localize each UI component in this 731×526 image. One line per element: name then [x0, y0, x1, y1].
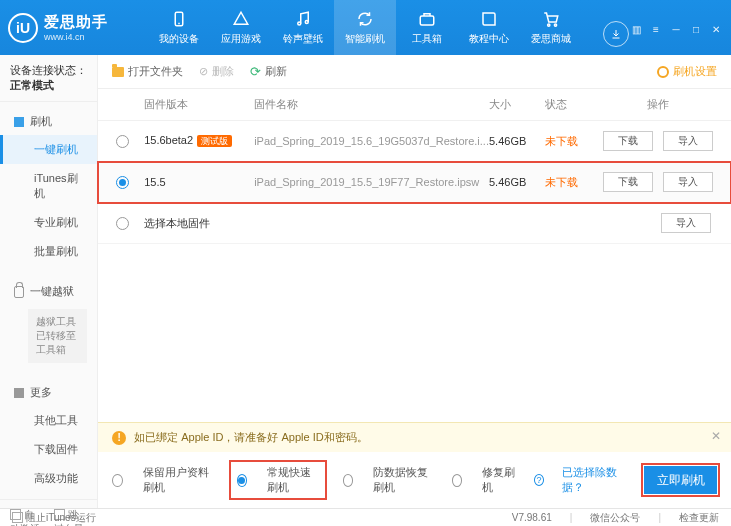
col-ops: 操作: [599, 97, 717, 112]
sidebar-section-more[interactable]: 更多: [0, 379, 97, 406]
sidebar-item-other-tools[interactable]: 其他工具: [0, 406, 97, 435]
firmware-status: 未下载: [545, 175, 599, 190]
mode-repair[interactable]: 修复刷机: [452, 465, 516, 495]
table-header: 固件版本 固件名称 大小 状态 操作: [98, 89, 731, 121]
firmware-row[interactable]: 15.6beta2测试版 iPad_Spring_2019_15.6_19G50…: [98, 121, 731, 162]
toolbar: 打开文件夹 ⊘删除 ⟳刷新 刷机设置: [98, 55, 731, 89]
sidebar-item-itunes-flash[interactable]: iTunes刷机: [0, 164, 97, 208]
block-itunes-checkbox[interactable]: 阻止iTunes运行: [12, 511, 96, 525]
nav-my-device[interactable]: 我的设备: [148, 0, 210, 55]
beta-badge: 测试版: [197, 135, 232, 147]
connection-status: 设备连接状态：正常模式: [0, 55, 97, 102]
sidebar: 设备连接状态：正常模式 刷机 一键刷机 iTunes刷机 专业刷机 批量刷机 一…: [0, 55, 98, 508]
radio-button[interactable]: [112, 474, 123, 487]
radio-button[interactable]: [116, 176, 129, 189]
maximize-button[interactable]: □: [689, 24, 703, 36]
firmware-row[interactable]: 15.5 iPad_Spring_2019_15.5_19F77_Restore…: [98, 162, 731, 203]
app-logo: iU 爱思助手 www.i4.cn: [8, 13, 148, 43]
col-name: 固件名称: [254, 97, 489, 112]
radio-button[interactable]: [343, 474, 354, 487]
col-status: 状态: [545, 97, 599, 112]
nav-toolbox[interactable]: 工具箱: [396, 0, 458, 55]
refresh-button[interactable]: ⟳刷新: [250, 64, 287, 79]
close-button[interactable]: ✕: [709, 24, 723, 36]
col-size: 大小: [489, 97, 545, 112]
flash-mode-row: 保留用户资料刷机 常规快速刷机 防数据恢复刷机 修复刷机 ? 已选择除数据？ 立…: [98, 452, 731, 508]
firmware-name: iPad_Spring_2019_15.5_19F77_Restore.ipsw: [254, 176, 489, 188]
info-icon[interactable]: ?: [534, 474, 544, 486]
mode-normal-fast[interactable]: 常规快速刷机: [231, 462, 325, 498]
delete-icon: ⊘: [199, 65, 208, 78]
sidebar-section-jailbreak[interactable]: 一键越狱: [0, 278, 97, 305]
firmware-size: 5.46GB: [489, 176, 545, 188]
brand-site: www.i4.cn: [44, 32, 108, 42]
cart-icon: [542, 10, 560, 28]
music-icon: [294, 10, 312, 28]
minimize-button[interactable]: ─: [669, 24, 683, 36]
check-update-link[interactable]: 检查更新: [679, 511, 719, 525]
main-content: 打开文件夹 ⊘删除 ⟳刷新 刷机设置 固件版本 固件名称 大小 状态 操作 15…: [98, 55, 731, 508]
mode-keep-data[interactable]: 保留用户资料刷机: [112, 465, 212, 495]
svg-point-6: [554, 23, 556, 25]
nav-apps[interactable]: 应用游戏: [210, 0, 272, 55]
local-firmware-label: 选择本地固件: [144, 216, 599, 231]
refresh-icon: [356, 10, 374, 28]
import-button[interactable]: 导入: [663, 172, 713, 192]
radio-button[interactable]: [237, 474, 248, 487]
lock-icon: [14, 286, 24, 298]
warning-icon: !: [112, 431, 126, 445]
sidebar-item-batch-flash[interactable]: 批量刷机: [0, 237, 97, 266]
gear-icon: [657, 66, 669, 78]
col-version: 固件版本: [144, 97, 254, 112]
logo-icon: iU: [8, 13, 38, 43]
phone-icon: [170, 10, 188, 28]
svg-point-3: [305, 20, 308, 23]
firmware-name: iPad_Spring_2019_15.6_19G5037d_Restore.i…: [254, 135, 489, 147]
local-firmware-row[interactable]: 选择本地固件 导入: [98, 203, 731, 244]
folder-icon: [112, 67, 124, 77]
download-icon: [610, 28, 622, 40]
sidebar-item-download-firmware[interactable]: 下载固件: [0, 435, 97, 464]
status-bar: 阻止iTunes运行 V7.98.61 | 微信公众号 | 检查更新: [0, 508, 731, 526]
sidebar-item-oneclick-flash[interactable]: 一键刷机: [0, 135, 97, 164]
square-icon: [14, 117, 24, 127]
toolbox-icon: [418, 10, 436, 28]
sidebar-section-flash[interactable]: 刷机: [0, 108, 97, 135]
window-controls: ▥ ≡ ─ □ ✕: [629, 20, 723, 36]
version-label: V7.98.61: [512, 512, 552, 523]
open-folder-button[interactable]: 打开文件夹: [112, 64, 183, 79]
nav-tutorial[interactable]: 教程中心: [458, 0, 520, 55]
sidebar-item-pro-flash[interactable]: 专业刷机: [0, 208, 97, 237]
download-button[interactable]: 下载: [603, 172, 653, 192]
nav-ringtone[interactable]: 铃声壁纸: [272, 0, 334, 55]
firmware-status: 未下载: [545, 134, 599, 149]
nav-flash[interactable]: 智能刷机: [334, 0, 396, 55]
data-removal-link[interactable]: 已选择除数据？: [562, 465, 626, 495]
book-icon: [480, 10, 498, 28]
delete-button[interactable]: ⊘删除: [199, 64, 234, 79]
flash-settings-button[interactable]: 刷机设置: [657, 64, 717, 79]
flash-now-button[interactable]: 立即刷机: [644, 466, 717, 494]
settings-button[interactable]: ≡: [649, 24, 663, 36]
nav-store[interactable]: 爱思商城: [520, 0, 582, 55]
download-button[interactable]: [603, 21, 629, 47]
svg-point-2: [298, 22, 301, 25]
radio-button[interactable]: [452, 474, 462, 487]
firmware-size: 5.46GB: [489, 135, 545, 147]
apps-icon: [232, 10, 250, 28]
wechat-link[interactable]: 微信公众号: [590, 511, 640, 525]
radio-button[interactable]: [116, 135, 129, 148]
square-icon: [14, 388, 24, 398]
brand-name: 爱思助手: [44, 13, 108, 32]
close-notice-button[interactable]: ✕: [711, 429, 721, 443]
import-button[interactable]: 导入: [661, 213, 711, 233]
svg-point-5: [548, 23, 550, 25]
import-button[interactable]: 导入: [663, 131, 713, 151]
sidebar-item-advanced[interactable]: 高级功能: [0, 464, 97, 493]
svg-rect-4: [420, 16, 434, 25]
radio-button[interactable]: [116, 217, 129, 230]
mode-anti-recovery[interactable]: 防数据恢复刷机: [343, 465, 434, 495]
download-button[interactable]: 下载: [603, 131, 653, 151]
menu-button[interactable]: ▥: [629, 24, 643, 36]
refresh-icon: ⟳: [250, 64, 261, 79]
